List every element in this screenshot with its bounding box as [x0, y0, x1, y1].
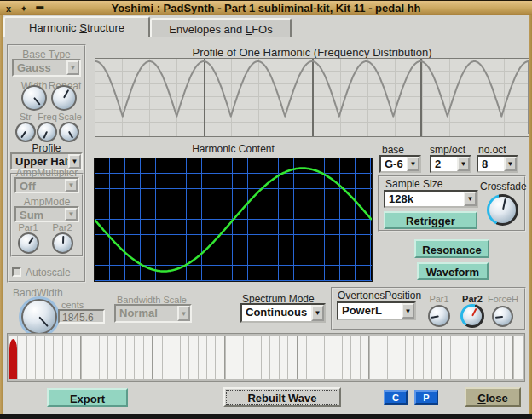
- close-label: lose: [486, 392, 508, 405]
- overtones-position-label: OvertonesPosition: [338, 290, 421, 301]
- harmonic-slider[interactable]: [288, 336, 297, 379]
- width-knob[interactable]: [21, 85, 47, 111]
- bandwidth-knob[interactable]: [21, 299, 57, 335]
- harmonic-slider[interactable]: [414, 336, 422, 379]
- harmonic-slider[interactable]: [442, 336, 450, 379]
- harmonic-slider[interactable]: [54, 336, 61, 379]
- harmonic-slider[interactable]: [424, 336, 431, 379]
- harmonic-slider[interactable]: [18, 336, 26, 379]
- harmonic-slider[interactable]: [226, 336, 234, 379]
- overtones-par1-knob[interactable]: [428, 305, 450, 327]
- harmonic-slider[interactable]: [234, 336, 242, 379]
- harmonic-slider[interactable]: [270, 336, 278, 379]
- harmonic-slider[interactable]: [189, 336, 197, 379]
- overtones-par1-label: Par1: [426, 294, 452, 304]
- harmonic-slider[interactable]: [370, 336, 378, 379]
- harmonic-slider[interactable]: [343, 336, 350, 379]
- harmonic-slider[interactable]: [487, 336, 494, 379]
- cents-field[interactable]: 1845.6: [58, 309, 105, 324]
- close-button[interactable]: Close: [465, 387, 521, 407]
- harmonic-slider[interactable]: [36, 336, 43, 379]
- repeat-knob[interactable]: [51, 85, 77, 111]
- window-sticky-icon[interactable]: ✦: [20, 2, 27, 15]
- harmonic-slider[interactable]: [469, 336, 477, 379]
- copy-button[interactable]: C: [384, 390, 408, 405]
- harmonic-slider[interactable]: [216, 336, 224, 379]
- amp-mode-select[interactable]: Sum ▼: [14, 206, 79, 222]
- sample-size-select[interactable]: 128k ▼: [384, 190, 478, 208]
- harmonic-slider[interactable]: [379, 336, 387, 379]
- retrigger-button[interactable]: Retrigger: [384, 211, 477, 229]
- overtones-position-select[interactable]: PowerL ▼: [337, 301, 416, 320]
- harmonic-slider[interactable]: [451, 336, 459, 379]
- harmonic-wave: [95, 158, 372, 281]
- number-of-octaves-select[interactable]: 8 ▼: [477, 155, 518, 173]
- harmonic-slider[interactable]: [315, 336, 323, 379]
- harmonic-slider[interactable]: [82, 336, 90, 379]
- harmonic-slider[interactable]: [126, 336, 134, 379]
- str-knob[interactable]: [15, 122, 36, 142]
- waveform-button[interactable]: Waveform: [417, 262, 489, 280]
- harmonic-slider[interactable]: [325, 336, 332, 379]
- harmonic-slider[interactable]: [207, 336, 215, 379]
- paste-button[interactable]: P: [414, 390, 438, 405]
- harmonic-slider[interactable]: [280, 336, 287, 379]
- harmonic-slider[interactable]: [298, 336, 306, 379]
- harmonic-slider[interactable]: [27, 336, 35, 379]
- base-note-select[interactable]: G-6 ▼: [379, 155, 421, 173]
- base-type-select[interactable]: Gauss ▼: [12, 59, 81, 77]
- harmonic-slider[interactable]: [333, 336, 341, 379]
- harmonic-slider[interactable]: [478, 336, 486, 379]
- overtones-forceh-knob[interactable]: [492, 306, 513, 327]
- harmonic-slider[interactable]: [199, 336, 206, 379]
- harmonic-slider[interactable]: [505, 336, 513, 379]
- window-close-icon[interactable]: x: [6, 2, 11, 15]
- resonance-button[interactable]: Resonance: [414, 239, 489, 258]
- samples-per-octave-select[interactable]: 2 ▼: [430, 155, 471, 173]
- harmonic-slider[interactable]: [108, 336, 116, 379]
- tab-harmonic-structure[interactable]: Harmonic Structure: [3, 16, 150, 37]
- tab-label: Envelopes and: [169, 23, 246, 36]
- harmonic-slider[interactable]: [45, 336, 53, 379]
- harmonic-slider[interactable]: [432, 336, 441, 379]
- harmonic-slider[interactable]: [163, 336, 171, 379]
- harmonic-slider[interactable]: [100, 336, 107, 379]
- harmonic-slider[interactable]: [117, 336, 124, 379]
- harmonic-slider[interactable]: [307, 336, 315, 379]
- harmonic-slider[interactable]: [262, 336, 269, 379]
- harmonic-slider[interactable]: [361, 336, 369, 379]
- harmonic-slider[interactable]: [495, 336, 503, 379]
- autoscale-checkbox[interactable]: [12, 267, 21, 277]
- harmonic-slider[interactable]: [244, 336, 252, 379]
- harmonic-slider[interactable]: [252, 336, 260, 379]
- tab-envelopes-lfos[interactable]: Envelopes and LFOs: [150, 18, 292, 37]
- harmonic-slider[interactable]: [460, 336, 468, 379]
- scale-knob[interactable]: [59, 122, 79, 142]
- harmonic-slider[interactable]: [514, 336, 522, 379]
- harmonic-slider[interactable]: [351, 336, 359, 379]
- spectrum-mode-select[interactable]: Continuous ▼: [240, 303, 326, 323]
- harmonic-slider[interactable]: [396, 336, 404, 379]
- harmonic-slider[interactable]: [144, 336, 153, 379]
- overtones-par2-knob[interactable]: [460, 304, 484, 328]
- harmonic-slider[interactable]: [90, 336, 98, 379]
- rebuilt-wave-button[interactable]: Rebuilt Wave: [223, 387, 341, 407]
- bandwidth-scale-select[interactable]: Normal ▼: [114, 304, 192, 323]
- harmonic-slider[interactable]: [171, 336, 179, 379]
- harmonic-slider[interactable]: [181, 336, 188, 379]
- amp-par1-knob[interactable]: [18, 232, 39, 254]
- harmonic-slider[interactable]: [388, 336, 396, 379]
- window-shade-icon[interactable]: ▬: [36, 0, 43, 13]
- amp-multiplier-select[interactable]: Off ▼: [14, 177, 79, 193]
- freq-knob[interactable]: [37, 122, 57, 142]
- harmonic-slider[interactable]: [153, 336, 161, 379]
- harmonic-slider[interactable]: [135, 336, 142, 379]
- harmonic-slider[interactable]: [9, 336, 17, 379]
- harmonic-slider[interactable]: [63, 336, 71, 379]
- harmonic-slider[interactable]: [406, 336, 413, 379]
- export-button[interactable]: Export: [47, 388, 128, 407]
- amp-par2-knob[interactable]: [52, 232, 73, 254]
- crossfade-knob[interactable]: [487, 194, 518, 226]
- harmonic-slider[interactable]: [72, 336, 80, 379]
- base-label: base: [382, 144, 404, 156]
